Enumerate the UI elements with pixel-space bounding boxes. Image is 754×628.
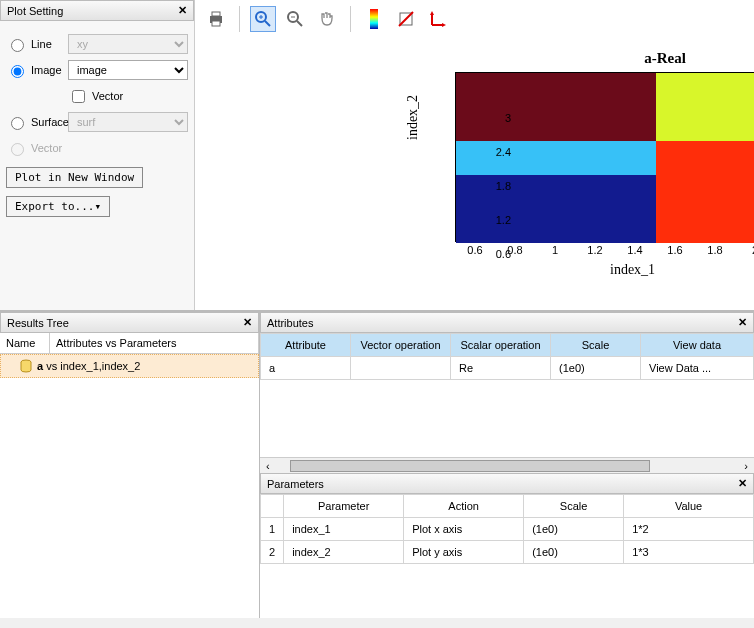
image-radio[interactable]	[11, 65, 24, 78]
plot-setting-title-bar: Plot Setting ✕	[0, 0, 194, 21]
attributes-title-bar: Attributes ✕	[260, 312, 754, 333]
parameters-table[interactable]: Parameter Action Scale Value 1 index_1 P…	[260, 494, 754, 564]
parameters-title-bar: Parameters ✕	[260, 473, 754, 494]
plot-setting-panel: Plot Setting ✕ Line xy Image image Vecto…	[0, 0, 195, 310]
line-radio[interactable]	[11, 39, 24, 52]
x-axis-label: index_1	[610, 262, 655, 278]
axes-icon[interactable]	[425, 6, 451, 32]
export-button[interactable]: Export to...▾	[6, 196, 110, 217]
svg-marker-16	[442, 23, 446, 27]
image-radio-label[interactable]: Image	[6, 62, 68, 78]
close-icon[interactable]: ✕	[738, 316, 747, 329]
close-icon[interactable]: ✕	[178, 4, 187, 17]
svg-rect-1	[212, 12, 220, 16]
image-select[interactable]: image	[68, 60, 188, 80]
zoom-in-icon[interactable]	[250, 6, 276, 32]
table-row[interactable]: a Re (1e0) View Data ...	[261, 357, 754, 380]
print-icon[interactable]	[203, 6, 229, 32]
horizontal-scrollbar[interactable]: ‹›	[260, 457, 754, 473]
line-select[interactable]: xy	[68, 34, 188, 54]
attributes-title: Attributes	[267, 317, 313, 329]
surface-radio-label[interactable]: Surface	[6, 114, 68, 130]
svg-line-4	[265, 21, 270, 26]
colorbar-icon[interactable]	[361, 6, 387, 32]
pan-icon[interactable]	[314, 6, 340, 32]
results-title: Results Tree	[7, 317, 69, 329]
surface-radio[interactable]	[11, 117, 24, 130]
plot-area: a-Real 0.61.21.82.43 0.60.811.21.41.61.8…	[195, 0, 754, 310]
attributes-table[interactable]: Attribute Vector operation Scalar operat…	[260, 333, 754, 380]
parameters-title: Parameters	[267, 478, 324, 490]
chart-title: a-Real	[415, 50, 754, 67]
svg-line-12	[399, 12, 413, 26]
vector-checkbox-label[interactable]: Vector	[68, 87, 130, 106]
zoom-out-icon[interactable]	[282, 6, 308, 32]
svg-marker-15	[430, 11, 434, 15]
results-tree-item[interactable]: a vs index_1,index_2	[0, 354, 259, 378]
close-icon[interactable]: ✕	[243, 316, 252, 329]
results-title-bar: Results Tree ✕	[0, 312, 259, 333]
results-tree-panel: Results Tree ✕ Name Attributes vs Parame…	[0, 312, 260, 618]
svg-rect-2	[212, 21, 220, 26]
surface-select[interactable]: surf	[68, 112, 188, 132]
vector-checkbox[interactable]	[72, 90, 85, 103]
line-radio-label[interactable]: Line	[6, 36, 68, 52]
vector-radio	[11, 143, 24, 156]
plot-new-window-button[interactable]: Plot in New Window	[6, 167, 143, 188]
table-row[interactable]: 2 index_2 Plot y axis (1e0) 1*3	[261, 541, 754, 564]
svg-rect-10	[370, 9, 378, 29]
y-axis-label: index_2	[405, 95, 421, 140]
svg-line-8	[297, 21, 302, 26]
database-icon	[19, 359, 33, 373]
vector-radio-label: Vector	[6, 140, 68, 156]
no-legend-icon[interactable]	[393, 6, 419, 32]
close-icon[interactable]: ✕	[738, 477, 747, 490]
chart: a-Real 0.61.21.82.43 0.60.811.21.41.61.8…	[415, 50, 754, 290]
plot-setting-title: Plot Setting	[7, 5, 63, 17]
table-row[interactable]: 1 index_1 Plot x axis (1e0) 1*2	[261, 518, 754, 541]
plot-toolbar	[195, 0, 754, 38]
results-columns: Name Attributes vs Parameters	[0, 333, 259, 354]
